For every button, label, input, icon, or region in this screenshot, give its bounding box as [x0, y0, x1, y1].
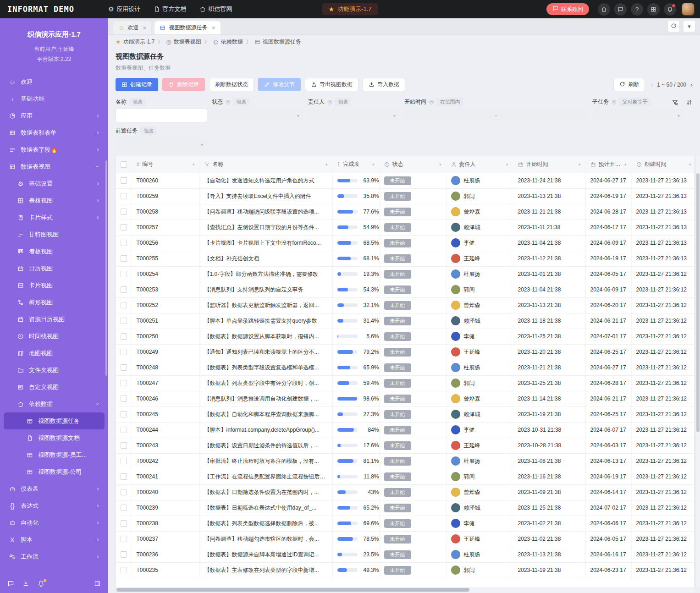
sidebar-item[interactable]: 时间线视图	[4, 328, 105, 345]
row-checkbox[interactable]	[121, 520, 127, 527]
breadcrumb-item[interactable]: ★功能演示-1.7	[116, 38, 154, 46]
row-checkbox[interactable]	[121, 536, 127, 542]
sidebar-item[interactable]: {}表达式›	[4, 497, 105, 514]
table-row[interactable]: T000236【数据表】数据源来自脚本新增通过ID查询记...23.5%未开始杜…	[116, 547, 694, 562]
row-checkbox[interactable]	[121, 395, 127, 402]
row-checkbox[interactable]	[121, 286, 127, 293]
refresh-tab-button[interactable]	[667, 20, 680, 33]
breadcrumb-item[interactable]: 视图数据源任务	[254, 38, 301, 46]
row-checkbox[interactable]	[121, 193, 127, 199]
caret-down-icon[interactable]: ▾	[439, 162, 441, 167]
help-button[interactable]: ?	[631, 3, 643, 16]
row-checkbox[interactable]	[121, 209, 127, 215]
caret-down-icon[interactable]: ▾	[372, 162, 375, 167]
filter-date-range[interactable]: -	[404, 109, 588, 122]
sidebar-item[interactable]: 看板视图	[4, 243, 105, 260]
sidebar-item[interactable]: 资源日历视图	[4, 311, 105, 328]
sidebar-item[interactable]: 工作流›	[4, 548, 105, 565]
filter-select[interactable]: ▾	[116, 137, 207, 151]
sidebar-item[interactable]: 自动化›	[4, 514, 105, 531]
filter-input[interactable]	[116, 109, 207, 122]
row-checkbox[interactable]	[121, 411, 127, 417]
row-checkbox[interactable]	[121, 551, 127, 558]
table-row[interactable]: T000238【数据表】列表类型数据选择数据删除后，被...69.6%未开始李健…	[116, 516, 694, 531]
table-row[interactable]: T000237【问卷调查】移动端勾选市辖区的数据时，会...78.5%未开始王延…	[116, 531, 694, 547]
message-button[interactable]	[614, 3, 627, 16]
sidebar-item[interactable]: 文件夹视图	[4, 362, 105, 379]
row-checkbox[interactable]	[121, 333, 127, 340]
horizontal-scrollbar-track[interactable]	[116, 587, 694, 593]
table-row[interactable]: T000257【查找汇总】左侧设置日期字段的月份等条件...54.9%未开始赖泽…	[116, 220, 694, 235]
sidebar-item[interactable]: 卡片视图	[4, 277, 105, 294]
caret-down-icon[interactable]: ▾	[193, 162, 195, 167]
sidebar-item[interactable]: 数据表视图›	[4, 158, 105, 175]
row-checkbox[interactable]	[121, 302, 127, 308]
vertical-scrollbar-track[interactable]	[695, 156, 700, 587]
sidebar-item[interactable]: 树形视图	[4, 294, 105, 311]
sidebar-item[interactable]: 表格视图›	[4, 192, 105, 209]
topbar-nav-item-0[interactable]: ⚙应用设计	[108, 5, 141, 13]
table-row[interactable]: T000242【审批流】终止流程时填写备注的模板，没有...81.1%未开始杜展…	[116, 453, 694, 469]
sidebar-item[interactable]: 卡片样式›	[4, 209, 105, 226]
home-button[interactable]	[598, 3, 610, 16]
row-checkbox[interactable]	[121, 458, 127, 464]
table-row[interactable]: T000253【消息队列】支持消息队列的自定义事务54.3%未开始郭闫2023-…	[116, 282, 694, 297]
sidebar-item[interactable]: 视图数据源-员工...	[4, 446, 105, 463]
message-footer-button[interactable]	[7, 580, 14, 587]
bell-footer-button[interactable]	[38, 580, 44, 587]
export-view-data-button[interactable]: 导出视图数据	[305, 78, 358, 91]
sidebar-item[interactable]: 依赖数据›	[4, 395, 105, 412]
table-row[interactable]: T000252【监听器】数据表更新监听触发监听器，返回...32.1%未开始曾烨…	[116, 297, 694, 313]
close-icon[interactable]: ×	[211, 24, 215, 32]
close-icon[interactable]: ×	[143, 24, 146, 32]
apps-button[interactable]	[647, 3, 660, 16]
table-row[interactable]: T000243【数据表】设置日期过滤条件的待选值以后，...17.6%未开始王延…	[116, 438, 694, 453]
topbar-nav-item-2[interactable]: 织信官网	[199, 5, 232, 13]
row-checkbox[interactable]	[121, 318, 127, 324]
sidebar-item[interactable]: 数据表和表单›	[4, 124, 105, 141]
tab-active[interactable]: 视图数据源任务×	[154, 21, 220, 34]
table-row[interactable]: T000239【数据表】日期筛选在表达式中使用day_of_...65.2%未开…	[116, 500, 694, 516]
row-checkbox[interactable]	[121, 380, 127, 386]
sort-icon[interactable]	[686, 99, 693, 107]
topbar-nav-item-1[interactable]: 官方文档	[154, 5, 187, 13]
row-checkbox[interactable]	[121, 364, 127, 371]
next-page-icon[interactable]: ›	[690, 81, 693, 88]
table-row[interactable]: T000244【脚本】informat.company.deleteAppGro…	[116, 422, 694, 438]
table-row[interactable]: T000255【文档】补充信创文档68.1%未开始王延峰2023-11-12 2…	[116, 251, 694, 266]
sidebar-item[interactable]: 应用›	[4, 107, 105, 124]
sidebar-item[interactable]: 视图数据源任务	[4, 412, 105, 429]
horizontal-scrollbar[interactable]	[116, 588, 469, 592]
breadcrumb-item[interactable]: ◎数据表视图	[166, 38, 201, 46]
sidebar-item[interactable]: ⚙基础设置›	[4, 175, 105, 192]
clear-filter-icon[interactable]	[672, 99, 678, 107]
tab-list-dropdown-button[interactable]: ▾	[683, 20, 695, 33]
table-row[interactable]: T000241【工作流】在流程信息配置界面终止流程按钮后，...11.8%未开始…	[116, 469, 694, 484]
breadcrumb-item[interactable]: 依赖数据	[213, 38, 243, 46]
sidebar-item[interactable]: ›基础功能	[4, 90, 105, 107]
row-checkbox[interactable]	[121, 505, 127, 511]
table-row[interactable]: T000240【数据表】日期筛选条件设置为在范围内时，...43%未开始曾烨森2…	[116, 484, 694, 500]
refresh-data-status-button[interactable]: 刷新数据状态	[209, 78, 254, 91]
sidebar-item[interactable]: 仪表盘›	[4, 480, 105, 497]
row-checkbox[interactable]	[121, 473, 127, 480]
row-checkbox[interactable]	[121, 240, 127, 246]
prev-page-icon[interactable]: ‹	[650, 81, 653, 88]
row-checkbox[interactable]	[121, 271, 127, 277]
table-row[interactable]: T000245【数据表】自动化和脚本程序查询数据来源脚...27.3%未开始赖泽…	[116, 406, 694, 422]
row-checkbox[interactable]	[121, 177, 127, 184]
delete-record-button[interactable]: 删除记录	[162, 78, 205, 91]
sidebar-item[interactable]: ☺欢迎	[4, 73, 105, 90]
table-row[interactable]: T000258【问卷调查】移动端访问级联字段设置的选项...77.6%未开始曾烨…	[116, 204, 694, 220]
collapse-panel-button[interactable]	[94, 580, 101, 587]
filter-select[interactable]: ▾	[212, 109, 303, 122]
row-checkbox[interactable]	[121, 567, 127, 573]
bell-button[interactable]	[664, 3, 676, 16]
row-checkbox[interactable]	[121, 224, 127, 231]
caret-down-icon[interactable]: ▾	[506, 162, 508, 167]
sidebar-scrollbar[interactable]	[105, 160, 107, 376]
table-row[interactable]: T000256【卡片视图】卡片视图上下文中没有formReco...68.5%未…	[116, 235, 694, 251]
table-row[interactable]: T000249【通知】通知列表已读和未读视觉上的区分不...79.2%未开始王延…	[116, 344, 694, 360]
sidebar-item[interactable]: 地图视图	[4, 345, 105, 362]
refresh-button[interactable]: 刷新	[613, 78, 645, 91]
